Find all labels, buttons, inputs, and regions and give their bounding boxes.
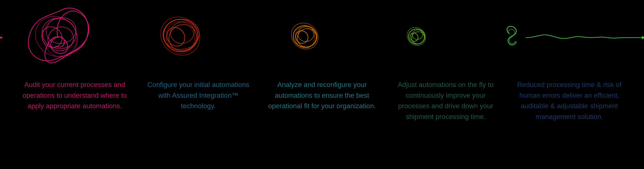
main-container: Audit your current processes and operati… bbox=[0, 0, 644, 169]
text-section: Audit your current processes and operati… bbox=[0, 80, 644, 122]
text-block-1-content: Audit your current processes and operati… bbox=[19, 80, 130, 112]
text-block-3: Analyze and reconfigure your automations… bbox=[266, 80, 378, 112]
text-block-5-content: Reduced processing time & risk of human … bbox=[514, 80, 625, 122]
text-block-2-content: Configure your initial automations with … bbox=[142, 80, 254, 112]
text-block-4: Adjust automations on the fly to continu… bbox=[390, 80, 502, 122]
text-block-1: Audit your current processes and operati… bbox=[19, 80, 130, 112]
text-block-4-content: Adjust automations on the fly to continu… bbox=[390, 80, 502, 122]
svg-point-11 bbox=[168, 19, 196, 46]
svg-point-23 bbox=[403, 24, 429, 49]
text-block-2: Configure your initial automations with … bbox=[142, 80, 254, 112]
text-block-5: Reduced processing time & risk of human … bbox=[514, 80, 625, 122]
svg-rect-26 bbox=[0, 37, 2, 38]
flow-diagram bbox=[0, 0, 644, 75]
svg-point-17 bbox=[286, 18, 323, 54]
text-block-3-content: Analyze and reconfigure your automations… bbox=[266, 80, 378, 112]
svg-point-12 bbox=[163, 24, 188, 50]
